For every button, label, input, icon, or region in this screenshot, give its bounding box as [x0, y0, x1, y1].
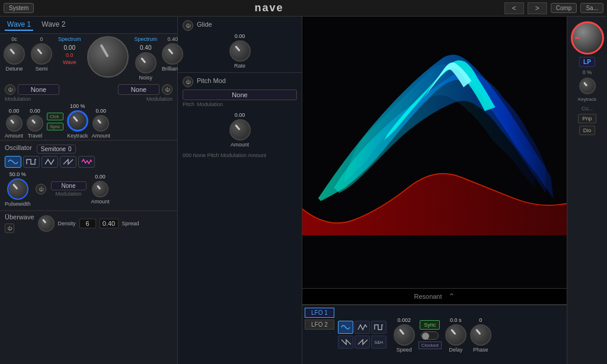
keytrack-knob[interactable] — [67, 110, 88, 132]
uberwave-density-input[interactable] — [79, 219, 96, 228]
amount2-container: 0.00 Amount — [92, 108, 110, 139]
noisy-knob[interactable] — [135, 52, 156, 74]
lfo-speed-value: 0.002 — [398, 317, 411, 323]
pitch-label: Pitch — [183, 101, 194, 107]
pitch-mod-power-btn[interactable]: ⏻ — [183, 76, 193, 87]
semitone-value: 0 — [68, 146, 72, 152]
lfo2-tab[interactable]: LFO 2 — [305, 320, 334, 330]
semitone-selector[interactable]: Semitone 0 — [37, 145, 76, 154]
glide-rate-knob[interactable] — [229, 40, 251, 62]
system-button[interactable]: System — [4, 3, 34, 13]
amount1-value: 0.00 — [9, 108, 20, 114]
wave1-power-btn[interactable]: ⏻ — [5, 84, 15, 95]
lfo-wave-tri[interactable] — [354, 321, 370, 334]
lfo-delay-knob[interactable] — [445, 324, 467, 346]
wave2-none-select[interactable]: None — [118, 84, 159, 95]
pitch-mod-title: Pitch Mod — [197, 77, 226, 84]
wave1-tab[interactable]: Wave 1 — [5, 19, 33, 31]
arrow-right-button[interactable]: > — [528, 2, 547, 14]
lfo-wave-sine[interactable] — [338, 321, 353, 334]
glide-section: ⏻ Glide 0.00 Rate — [178, 17, 302, 73]
detune-knob[interactable] — [4, 43, 25, 65]
osc-amount-knob[interactable] — [92, 181, 108, 197]
uberwave-power-btn[interactable]: ⏻ — [5, 223, 14, 233]
filter-knob-indicator — [575, 37, 580, 39]
pitch-mod-section: ⏻ Pitch Mod None Pitch Modulation 0.00 A… — [178, 73, 302, 364]
uberwave-density-label: Density — [58, 221, 76, 226]
osc-power-btn[interactable]: ⏻ — [36, 184, 46, 194]
wave2-tab[interactable]: Wave 2 — [39, 19, 68, 31]
click-button[interactable]: Clck — [47, 113, 63, 120]
lfo-area: LFO 1 LFO 2 — [302, 305, 567, 364]
uberwave-title: Überwave — [5, 213, 34, 221]
semi-value: 0 — [40, 36, 43, 42]
comp-button[interactable]: Comp — [551, 3, 577, 13]
glide-title: Glide — [197, 21, 212, 28]
lfo-speed-label: Speed — [397, 347, 412, 353]
lfo-wave-ramp-up[interactable] — [354, 336, 370, 349]
resonant-chevron-icon[interactable]: ⌃ — [448, 292, 455, 301]
wave-shape-sine[interactable] — [5, 156, 21, 168]
lfo-sync-btn[interactable]: Sync — [420, 320, 440, 330]
noisy-label: Noisy — [139, 75, 153, 81]
filter-dio-btn[interactable]: Dio — [579, 126, 596, 135]
spectrum-wave-label: Wave — [63, 59, 76, 65]
filter-large-knob[interactable] — [571, 21, 604, 55]
amount2-knob[interactable] — [92, 115, 109, 132]
detune-knob-container: 0c Detune — [4, 36, 25, 72]
amount1-label: Amount — [5, 133, 23, 139]
pitch-mod-label: Modulation — [197, 101, 223, 107]
wave-shape-tri[interactable] — [41, 156, 58, 168]
filter-cust-label: Cu... — [582, 106, 593, 111]
pulsewidth-value: 50.0 % — [9, 171, 26, 177]
wave1-none-select[interactable]: None — [18, 84, 59, 95]
pulsewidth-knob[interactable] — [7, 178, 28, 200]
main-layout: Wave 1 Wave 2 0c Detune 0 Semi Spectrum … — [0, 17, 607, 364]
semi-label: Semi — [36, 66, 48, 72]
lfo-sync-toggle[interactable] — [421, 331, 439, 340]
uberwave-spread-label: Spread — [122, 221, 139, 226]
arrow-left-button[interactable]: < — [504, 2, 524, 14]
wave-shape-square[interactable] — [23, 156, 40, 168]
lfo-wave-sah[interactable]: S&H — [371, 336, 386, 349]
left-panel: Wave 1 Wave 2 0c Detune 0 Semi Spectrum … — [0, 17, 178, 364]
filter-keytrack-knob[interactable] — [579, 78, 596, 94]
wave-shape-custom[interactable] — [78, 156, 95, 168]
lfo-wave-ramp-down[interactable] — [338, 336, 353, 349]
amount1-container: 0.00 Amount — [5, 108, 23, 139]
travel-value: 0.00 — [30, 108, 40, 114]
wave-large-knob[interactable] — [87, 36, 129, 78]
pitch-mod-amount-knob[interactable] — [229, 119, 251, 141]
pulsewidth-knob-container: 50.0 % Pulsewidth — [5, 171, 31, 207]
osc-none-select[interactable]: None — [51, 181, 87, 190]
filter-keytrack-label: Keytrack — [578, 97, 596, 102]
detune-value: 0c — [11, 36, 17, 42]
wave-display — [302, 17, 567, 248]
filter-type-btn[interactable]: LP — [579, 57, 595, 67]
lfo-phase-knob[interactable] — [470, 324, 491, 346]
sync-button[interactable]: Sync — [47, 123, 63, 130]
semi-knob[interactable] — [31, 43, 52, 65]
lfo-speed-knob[interactable] — [394, 324, 415, 346]
filter-pnp-btn[interactable]: Pnp — [578, 114, 596, 123]
uberwave-density-knob[interactable] — [38, 215, 55, 232]
wave2-power-btn[interactable]: ⏻ — [162, 84, 172, 95]
waveform-svg — [302, 17, 567, 248]
wave-shape-saw[interactable] — [60, 156, 76, 168]
pitch-mod-description: 000 None Pitch Modulation Amount — [183, 152, 297, 159]
lfo-speed-container: 0.002 Speed — [394, 317, 415, 353]
pitch-mod-none-select[interactable]: None — [183, 90, 297, 100]
save-button[interactable]: Sa... — [580, 3, 603, 13]
travel-knob[interactable] — [27, 115, 43, 132]
osc-amount-value: 0.00 — [95, 174, 106, 180]
lfo-clocked-btn[interactable]: Clocked — [418, 341, 442, 349]
pulsewidth-label: Pulsewidth — [5, 201, 31, 207]
spectrum2-label: Spectrum — [135, 36, 158, 42]
glide-power-btn[interactable]: ⏻ — [183, 20, 193, 31]
amount1-knob[interactable] — [6, 115, 23, 132]
lfo1-tab[interactable]: LFO 1 — [305, 308, 334, 318]
uberwave-spread-input[interactable] — [100, 219, 119, 228]
lfo-wave-square[interactable] — [371, 321, 386, 334]
osc-mod-label: Modulation — [56, 191, 82, 197]
spectrum2-value: 0.40 — [140, 44, 151, 51]
